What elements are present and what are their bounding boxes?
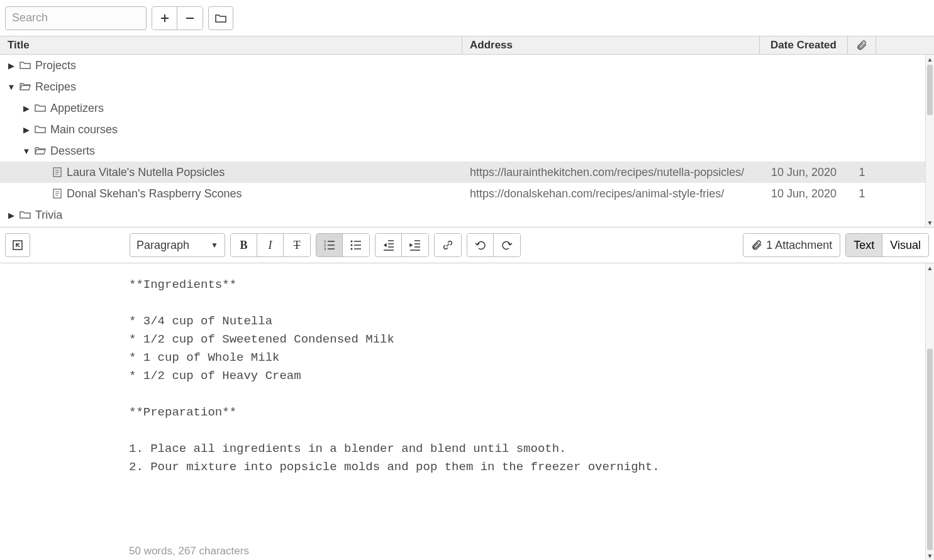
column-date[interactable]: Date Created <box>760 36 848 54</box>
tree-folder-recipes[interactable]: ▼ Recipes <box>0 76 925 97</box>
zoom-in-button[interactable] <box>152 7 177 30</box>
paragraph-select[interactable]: Paragraph ▼ <box>130 233 225 257</box>
search-input[interactable] <box>5 6 147 30</box>
expand-icon <box>12 239 23 251</box>
top-toolbar <box>0 0 934 36</box>
indent-button[interactable] <box>402 234 428 256</box>
chevron-right-icon[interactable]: ▶ <box>23 104 30 113</box>
editor-textarea[interactable]: **Ingredients** * 3/4 cup of Nutella * 1… <box>0 263 925 560</box>
editor-scrollbar[interactable]: ▲ ▼ <box>925 263 934 560</box>
link-icon <box>442 239 454 251</box>
scroll-down-icon[interactable]: ▼ <box>926 551 934 560</box>
folder-closed-icon <box>19 59 31 72</box>
tree-item-nutella-popsicles[interactable]: Laura Vitale's Nutella Popsicles https:/… <box>0 162 925 183</box>
tree-label: Laura Vitale's Nutella Popsicles <box>67 166 225 179</box>
scroll-thumb[interactable] <box>927 65 933 115</box>
svg-point-8 <box>351 248 353 250</box>
paperclip-icon <box>751 239 762 251</box>
chevron-right-icon[interactable]: ▶ <box>8 211 15 220</box>
folder-open-icon <box>34 145 47 157</box>
tree-label: Desserts <box>50 145 95 158</box>
paragraph-label: Paragraph <box>136 239 189 252</box>
chevron-right-icon[interactable]: ▶ <box>8 61 15 70</box>
tree-label: Appetizers <box>50 102 104 115</box>
tree-address: https://donalskehan.com/recipes/animal-s… <box>462 187 760 200</box>
view-toggle: Text Visual <box>845 233 929 257</box>
tree-date: 10 Jun, 2020 <box>760 187 848 200</box>
scroll-up-icon[interactable]: ▲ <box>926 263 934 272</box>
chevron-down-icon[interactable]: ▼ <box>23 146 30 156</box>
outdent-button[interactable] <box>375 234 402 256</box>
tree-attachments: 1 <box>848 187 876 200</box>
scroll-up-icon[interactable]: ▲ <box>926 55 934 63</box>
tree-scrollbar[interactable]: ▲ ▼ <box>925 55 934 227</box>
table-header: Title Address Date Created <box>0 36 934 55</box>
scroll-thumb[interactable] <box>927 349 933 550</box>
strikethrough-button[interactable]: T <box>284 234 310 256</box>
indent-icon <box>409 239 421 251</box>
bold-button[interactable]: B <box>231 234 257 256</box>
plus-icon <box>160 13 170 23</box>
column-title[interactable]: Title <box>0 36 462 54</box>
outdent-icon <box>382 239 395 251</box>
link-button[interactable] <box>435 234 461 256</box>
tree-attachments: 1 <box>848 166 876 179</box>
folder-icon <box>214 12 227 25</box>
note-icon <box>52 188 63 199</box>
tree-folder-appetizers[interactable]: ▶ Appetizers <box>0 97 925 119</box>
paperclip-icon <box>856 40 867 51</box>
folder-closed-icon <box>34 123 47 136</box>
chevron-down-icon[interactable]: ▼ <box>8 82 15 92</box>
list-group: 123 <box>316 233 370 257</box>
tree-folder-trivia[interactable]: ▶ Trivia <box>0 204 925 226</box>
ordered-list-button[interactable]: 123 <box>316 234 343 256</box>
attachment-label: 1 Attachment <box>766 239 832 252</box>
unordered-list-icon <box>350 239 362 251</box>
ordered-list-icon: 123 <box>323 239 336 251</box>
svg-point-7 <box>351 244 353 246</box>
redo-icon <box>501 239 513 251</box>
indent-group <box>375 233 429 257</box>
undo-icon <box>474 239 487 251</box>
tree-address: https://laurainthekitchen.com/recipes/nu… <box>462 166 760 179</box>
folder-closed-icon <box>19 209 31 221</box>
editor-wrap: **Ingredients** * 3/4 cup of Nutella * 1… <box>0 263 934 560</box>
column-attachments[interactable] <box>848 36 876 54</box>
visual-view-button[interactable]: Visual <box>882 234 928 256</box>
editor-toolbar: Paragraph ▼ B I T 123 <box>0 227 934 263</box>
folder-open-icon <box>19 80 31 93</box>
tree-label: Donal Skehan's Raspberry Scones <box>67 187 242 200</box>
link-group <box>434 233 462 257</box>
redo-button[interactable] <box>494 234 520 256</box>
column-address[interactable]: Address <box>462 36 760 54</box>
tree-area: ▶ Projects ▼ Recipes ▶ Appetizers ▶ <box>0 55 934 227</box>
undo-button[interactable] <box>467 234 494 256</box>
note-icon <box>52 167 63 178</box>
tree-folder-main-courses[interactable]: ▶ Main courses <box>0 119 925 140</box>
folder-button[interactable] <box>208 6 233 30</box>
scroll-down-icon[interactable]: ▼ <box>926 218 934 227</box>
unordered-list-button[interactable] <box>343 234 369 256</box>
tree-item-raspberry-scones[interactable]: Donal Skehan's Raspberry Scones https://… <box>0 183 925 204</box>
folder-closed-icon <box>34 102 47 114</box>
tree-label: Recipes <box>35 80 76 94</box>
zoom-group <box>152 6 203 30</box>
minus-icon <box>185 13 195 23</box>
editor-content: **Ingredients** * 3/4 cup of Nutella * 1… <box>129 278 660 474</box>
tree-label: Trivia <box>35 209 62 222</box>
bold-icon: B <box>240 239 247 252</box>
zoom-out-button[interactable] <box>177 7 203 30</box>
italic-button[interactable]: I <box>257 234 284 256</box>
expand-button[interactable] <box>5 233 30 257</box>
format-group: B I T <box>230 233 311 257</box>
tree-label: Projects <box>35 59 76 72</box>
chevron-right-icon[interactable]: ▶ <box>23 125 30 135</box>
tree-content: ▶ Projects ▼ Recipes ▶ Appetizers ▶ <box>0 55 925 227</box>
tree-folder-projects[interactable]: ▶ Projects <box>0 55 925 76</box>
attachment-button[interactable]: 1 Attachment <box>743 233 840 257</box>
strikethrough-icon: T <box>294 239 301 252</box>
tree-label: Main courses <box>50 123 118 136</box>
tree-folder-desserts[interactable]: ▼ Desserts <box>0 140 925 162</box>
text-view-button[interactable]: Text <box>846 234 882 256</box>
svg-text:3: 3 <box>324 247 326 251</box>
